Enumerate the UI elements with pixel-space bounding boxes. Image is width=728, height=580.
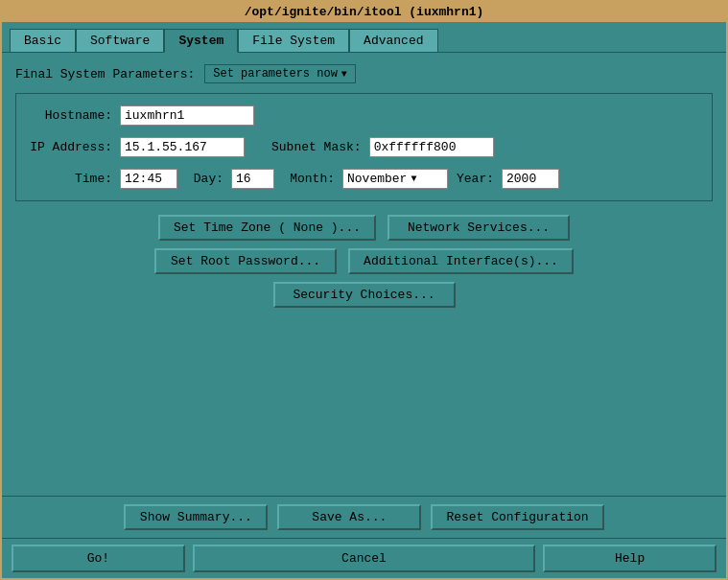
hostname-row: Hostname: [26,105,702,126]
year-input[interactable] [502,169,559,189]
params-box: Hostname: IP Address: Subnet Mask: Time:… [15,93,713,201]
network-services-button[interactable]: Network Services... [387,215,570,241]
main-window: /opt/ignite/bin/itool (iuxmhrn1) Basic S… [0,0,728,580]
ip-row: IP Address: Subnet Mask: [26,137,702,157]
ip-address-input[interactable] [120,137,245,157]
security-choices-button[interactable]: Security Choices... [273,282,456,308]
subnet-mask-input[interactable] [369,137,494,157]
button-row-3: Security Choices... [15,282,713,308]
title-bar: /opt/ignite/bin/itool (iuxmhrn1) [2,2,726,22]
dropdown-arrow-icon: ▼ [341,69,347,80]
tab-system[interactable]: System [164,29,238,53]
month-arrow-icon: ▼ [411,174,416,184]
content-area: Final System Parameters: Set parameters … [2,52,726,496]
button-row-1: Set Time Zone ( None )... Network Servic… [15,215,713,241]
tab-software[interactable]: Software [76,29,164,53]
month-label: Month: [282,172,335,186]
help-button[interactable]: Help [543,545,716,572]
hostname-label: Hostname: [26,108,112,123]
footer-bar: Go! Cancel Help [2,538,726,578]
day-label: Day: [185,172,223,186]
day-input[interactable] [231,169,274,189]
tab-filesystem[interactable]: File System [238,29,349,53]
month-dropdown[interactable]: November ▼ [342,169,448,189]
go-button[interactable]: Go! [12,545,185,572]
tab-basic[interactable]: Basic [10,29,76,53]
additional-interfaces-button[interactable]: Additional Interface(s)... [348,248,574,274]
ip-label: IP Address: [26,140,112,154]
button-row-2: Set Root Password... Additional Interfac… [15,248,713,274]
show-summary-button[interactable]: Show Summary... [124,504,268,530]
year-label: Year: [456,172,494,186]
reset-configuration-button[interactable]: Reset Configuration [431,504,603,530]
buttons-section: Set Time Zone ( None )... Network Servic… [15,215,713,308]
time-label: Time: [26,172,112,186]
final-params-label: Final System Parameters: [15,67,195,81]
set-time-zone-button[interactable]: Set Time Zone ( None )... [158,215,376,241]
save-as-button[interactable]: Save As... [277,504,421,530]
time-row: Time: Day: Month: November ▼ Year: [26,169,702,189]
set-params-dropdown[interactable]: Set parameters now ▼ [204,64,356,83]
window-title: /opt/ignite/bin/itool (iuxmhrn1) [245,5,484,19]
tab-bar: Basic Software System File System Advanc… [2,22,726,52]
tab-advanced[interactable]: Advanced [349,29,437,53]
cancel-button[interactable]: Cancel [193,545,536,572]
subnet-label: Subnet Mask: [271,140,362,154]
bottom-buttons-bar: Show Summary... Save As... Reset Configu… [2,496,726,538]
set-root-password-button[interactable]: Set Root Password... [154,248,337,274]
time-input[interactable] [120,169,177,189]
hostname-input[interactable] [120,105,254,126]
final-params-row: Final System Parameters: Set parameters … [15,64,713,83]
